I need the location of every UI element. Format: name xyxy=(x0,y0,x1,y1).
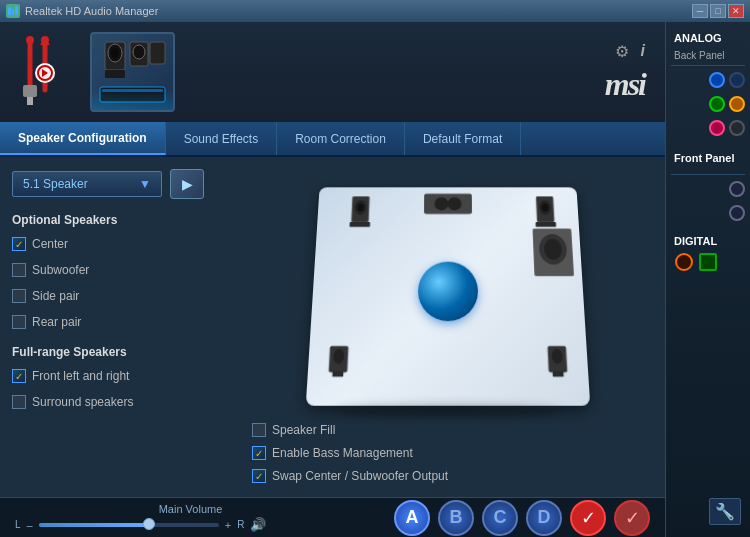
volume-bar: Main Volume L – + R 🔊 A xyxy=(0,497,665,537)
back-jack-blue-out[interactable] xyxy=(729,72,745,88)
front-lr-checkbox[interactable] xyxy=(12,369,26,383)
checkbox-swap-center: Swap Center / Subwoofer Output xyxy=(252,467,643,485)
speaker-preview-icon xyxy=(90,32,175,112)
front-panel-divider xyxy=(671,170,745,175)
svg-rect-41 xyxy=(552,371,563,377)
checkbox-subwoofer: Subwoofer xyxy=(12,261,232,279)
checkbox-bass-mgmt: Enable Bass Management xyxy=(252,444,643,462)
minus-icon[interactable]: – xyxy=(27,519,33,531)
right-channel-label: R xyxy=(237,519,244,530)
fill-options: Speaker Fill Enable Bass Management Swap… xyxy=(242,421,653,485)
surround-checkbox[interactable] xyxy=(12,395,26,409)
svg-rect-20 xyxy=(100,87,165,102)
preset-c-button[interactable]: C xyxy=(482,500,518,536)
center-checkbox[interactable] xyxy=(12,237,26,251)
volume-slider[interactable] xyxy=(39,523,219,527)
svg-rect-2 xyxy=(15,6,18,15)
front-jack-2[interactable] xyxy=(729,205,745,221)
checkbox-surround: Surround speakers xyxy=(12,393,232,411)
svg-rect-25 xyxy=(349,222,370,227)
cancel-action-button[interactable]: ✓ xyxy=(614,500,650,536)
side-pair-checkbox[interactable] xyxy=(12,289,26,303)
bass-mgmt-checkbox[interactable] xyxy=(252,446,266,460)
left-controls: 5.1 Speaker ▼ ▶ Optional Speakers Center… xyxy=(12,169,232,485)
plus-icon[interactable]: + xyxy=(225,519,231,531)
msi-logo: msi xyxy=(605,66,645,103)
svg-marker-6 xyxy=(27,97,33,105)
digital-section: DIGITAL xyxy=(671,233,745,275)
svg-rect-0 xyxy=(8,7,11,15)
volume-label: Main Volume xyxy=(159,503,223,515)
back-jack-green-in[interactable] xyxy=(709,96,725,112)
app-icon xyxy=(6,4,20,18)
title-bar: Realtek HD Audio Manager ─ □ ✕ xyxy=(0,0,750,22)
checkbox-front-lr: Front left and right xyxy=(12,367,232,385)
window-controls[interactable]: ─ □ ✕ xyxy=(692,4,744,18)
close-button[interactable]: ✕ xyxy=(728,4,744,18)
tab-default-format[interactable]: Default Format xyxy=(405,122,521,155)
preset-a-button[interactable]: A xyxy=(394,500,430,536)
info-icon[interactable]: i xyxy=(641,42,645,60)
confirm-button[interactable]: ✓ xyxy=(570,500,606,536)
tab-sound-effects[interactable]: Sound Effects xyxy=(166,122,278,155)
preset-d-button[interactable]: D xyxy=(526,500,562,536)
audio-cables-icon xyxy=(15,35,75,110)
rear-pair-checkbox[interactable] xyxy=(12,315,26,329)
front-jack-row-2 xyxy=(671,203,745,223)
front-jack-row-1 xyxy=(671,179,745,199)
svg-point-4 xyxy=(26,36,34,44)
listener-sphere xyxy=(417,262,478,321)
swap-center-checkbox[interactable] xyxy=(252,469,266,483)
speaker-volume-icon[interactable]: 🔊 xyxy=(250,517,266,532)
digital-coax-jack[interactable] xyxy=(675,253,693,271)
app-title: Realtek HD Audio Manager xyxy=(25,5,158,17)
panel-content: 5.1 Speaker ▼ ▶ Optional Speakers Center… xyxy=(0,157,665,497)
front-panel-title: Front Panel xyxy=(671,150,745,166)
speaker-visualization xyxy=(242,169,653,413)
settings-icon[interactable]: ⚙ xyxy=(615,42,629,61)
checkbox-rear-pair: Rear pair xyxy=(12,313,232,331)
subwoofer-checkbox[interactable] xyxy=(12,263,26,277)
svg-rect-16 xyxy=(105,70,125,78)
center-speaker xyxy=(423,192,471,219)
rear-right-speaker xyxy=(542,342,573,379)
analog-title: ANALOG xyxy=(671,30,745,46)
back-jack-pink-in[interactable] xyxy=(709,120,725,136)
tab-room-correction[interactable]: Room Correction xyxy=(277,122,405,155)
tab-speaker-config[interactable]: Speaker Configuration xyxy=(0,122,166,155)
back-jack-blue-in[interactable] xyxy=(709,72,725,88)
front-left-speaker xyxy=(346,196,374,228)
front-right-speaker xyxy=(531,196,559,228)
back-jack-gray-out[interactable] xyxy=(729,120,745,136)
back-jack-row-3 xyxy=(671,118,745,138)
speaker-select-row: 5.1 Speaker ▼ ▶ xyxy=(12,169,232,199)
rear-left-speaker xyxy=(323,342,354,379)
front-jack-1[interactable] xyxy=(729,181,745,197)
svg-rect-38 xyxy=(332,371,343,377)
digital-optical-jack[interactable] xyxy=(699,253,717,271)
digital-jacks xyxy=(671,249,745,275)
speaker-dropdown[interactable]: 5.1 Speaker ▼ xyxy=(12,171,162,197)
maximize-button[interactable]: □ xyxy=(710,4,726,18)
checkbox-center: Center xyxy=(12,235,232,253)
svg-point-18 xyxy=(133,45,145,59)
speaker-stage xyxy=(305,187,590,405)
svg-point-15 xyxy=(111,48,119,58)
tabs-bar: Speaker Configuration Sound Effects Room… xyxy=(0,122,665,157)
header-area: ⚙ i msi xyxy=(0,22,665,122)
preset-b-button[interactable]: B xyxy=(438,500,474,536)
svg-rect-19 xyxy=(150,42,165,64)
back-jack-orange-out[interactable] xyxy=(729,96,745,112)
checkbox-speaker-fill: Speaker Fill xyxy=(252,421,643,439)
center-area: Speaker Fill Enable Bass Management Swap… xyxy=(242,169,653,485)
speaker-fill-checkbox[interactable] xyxy=(252,423,266,437)
wrench-icon[interactable]: 🔧 xyxy=(709,498,741,525)
minimize-button[interactable]: ─ xyxy=(692,4,708,18)
svg-rect-21 xyxy=(102,89,163,92)
right-panel: ANALOG Back Panel Front Panel DIGITAL xyxy=(665,22,750,537)
back-jack-row-2 xyxy=(671,94,745,114)
svg-rect-1 xyxy=(12,9,14,15)
play-button[interactable]: ▶ xyxy=(170,169,204,199)
slider-thumb[interactable] xyxy=(143,518,155,530)
svg-rect-5 xyxy=(23,85,37,97)
